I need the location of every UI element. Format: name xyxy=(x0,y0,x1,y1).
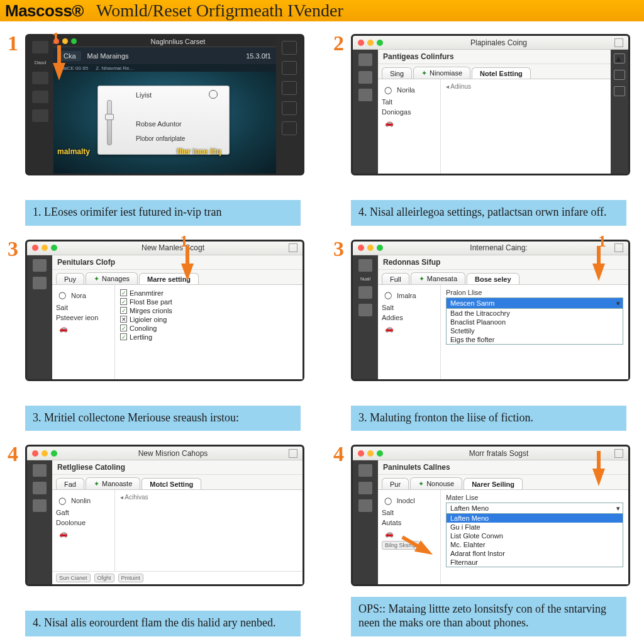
tab-chip[interactable]: Cka xyxy=(58,51,81,61)
side-button[interactable] xyxy=(32,72,48,84)
traffic-light-min-icon[interactable] xyxy=(62,38,68,44)
sidebar-icon[interactable] xyxy=(33,499,47,512)
nav-item[interactable]: Doniogas xyxy=(380,107,438,117)
nav-item[interactable]: Salt xyxy=(380,508,438,518)
tab[interactable]: Sing xyxy=(382,67,412,79)
dropdown[interactable]: Laften Meno xyxy=(446,502,623,514)
nav-item[interactable]: Doolonue xyxy=(55,518,112,528)
sidebar-icon[interactable] xyxy=(358,53,372,66)
checkbox-icon[interactable] xyxy=(120,333,127,340)
sidebar-icon[interactable] xyxy=(33,277,47,289)
traffic-light-min-icon[interactable] xyxy=(42,245,48,251)
dropdown-option[interactable]: Flternaur xyxy=(447,558,623,567)
nav-item[interactable]: 🚗 xyxy=(55,323,112,335)
dropdown-selected[interactable]: Laften Meno xyxy=(447,503,623,513)
tab-selected[interactable]: Bose seley xyxy=(467,273,519,284)
traffic-light-max-icon[interactable] xyxy=(377,245,383,251)
traffic-light-min-icon[interactable] xyxy=(367,450,374,457)
tab-selected[interactable]: Narer Seiling xyxy=(464,478,523,489)
side-icon[interactable] xyxy=(282,121,297,135)
nav-item[interactable]: 🚗 xyxy=(380,117,438,129)
dropdown-selected[interactable]: Mescen Sanm xyxy=(447,298,623,308)
checkbox-row[interactable]: Ligioler oing xyxy=(120,315,297,324)
sidebar-icon[interactable] xyxy=(358,499,372,512)
side-icon[interactable] xyxy=(282,81,297,95)
traffic-light-max-icon[interactable] xyxy=(71,38,77,44)
tab[interactable]: ✦Nanages xyxy=(86,272,138,284)
nav-item[interactable]: ◯Nora xyxy=(55,289,112,303)
dropdown-option[interactable]: Mc. Elahter xyxy=(447,540,623,549)
side-icon[interactable] xyxy=(282,101,297,115)
nav-item[interactable]: ◯Norila xyxy=(380,83,438,97)
footer-button[interactable]: Ofght xyxy=(94,574,114,582)
vertical-slider[interactable] xyxy=(107,100,112,145)
checkbox-row[interactable]: Mirges crionls xyxy=(120,306,297,315)
traffic-light-min-icon[interactable] xyxy=(42,450,48,457)
traffic-light-close-icon[interactable] xyxy=(358,245,364,251)
side-icon[interactable] xyxy=(282,61,297,75)
sidebar-icon[interactable] xyxy=(33,259,47,272)
dropdown-option[interactable]: Adarat flont Instor xyxy=(447,549,623,558)
tab[interactable]: ✦Manesata xyxy=(411,272,465,284)
tab[interactable]: Pur xyxy=(382,478,409,489)
nav-item[interactable]: Autats xyxy=(380,518,438,528)
sidebar-icon[interactable] xyxy=(614,70,625,80)
settings-card[interactable]: Liyist Robse Aduntor Plobor onfariplate xyxy=(97,86,230,155)
nav-item[interactable]: ◯lnodcl xyxy=(380,494,438,508)
nav-item[interactable]: Addies xyxy=(380,313,438,323)
traffic-light-min-icon[interactable] xyxy=(367,245,374,251)
dropdown-option[interactable]: Gu i Flate xyxy=(447,523,623,531)
side-button[interactable] xyxy=(32,109,48,122)
sidebar-icon[interactable] xyxy=(33,482,47,494)
close-icon[interactable] xyxy=(614,38,623,47)
dropdown-list[interactable]: Laften Meno Gu i Flate List Glote Conwn … xyxy=(446,514,623,567)
dropdown-option[interactable]: Laften Meno xyxy=(447,514,623,523)
slider-knob[interactable] xyxy=(105,114,114,120)
nav-item[interactable]: Sait xyxy=(55,303,112,313)
sidebar-icon[interactable] xyxy=(358,89,372,101)
checkbox-row[interactable]: Lertling xyxy=(120,333,297,341)
close-icon[interactable] xyxy=(289,243,297,252)
sidebar-icon[interactable] xyxy=(33,464,47,477)
dropdown-option[interactable]: Sctettily xyxy=(447,326,623,335)
traffic-light-min-icon[interactable] xyxy=(367,40,374,46)
tab-selected[interactable]: Notel Estting xyxy=(472,67,531,79)
sidebar-icon[interactable] xyxy=(614,86,625,96)
traffic-light-max-icon[interactable] xyxy=(377,40,383,46)
dropdown-option[interactable]: Bnaclist Plaanoon xyxy=(447,318,623,326)
nav-item[interactable]: ◯Imalra xyxy=(380,289,438,303)
checkbox-icon[interactable] xyxy=(120,316,127,323)
tab-label[interactable]: Mal Maraings xyxy=(87,52,129,60)
traffic-light-close-icon[interactable] xyxy=(358,40,364,46)
checkbox-row[interactable]: Flost Bse part xyxy=(120,297,297,306)
nav-item[interactable]: Salt xyxy=(380,303,438,313)
checkbox-row[interactable]: Enanmtirer xyxy=(120,289,297,297)
sidebar-icon[interactable] xyxy=(358,259,372,272)
sidebar-icon[interactable] xyxy=(358,304,372,316)
tab[interactable]: ✦Ninomiase xyxy=(413,67,470,79)
checkbox-icon[interactable] xyxy=(120,325,127,331)
footer-button[interactable]: Sun Cianet xyxy=(56,574,91,582)
dial-icon[interactable] xyxy=(209,90,218,99)
side-button[interactable] xyxy=(32,91,48,103)
side-button[interactable] xyxy=(32,41,48,53)
traffic-light-max-icon[interactable] xyxy=(51,450,57,457)
footer-button[interactable]: Pmtuint xyxy=(118,574,144,582)
checkbox-icon[interactable] xyxy=(120,307,127,314)
nav-item[interactable]: 🚗 xyxy=(380,323,438,335)
sidebar-icon[interactable] xyxy=(358,286,372,299)
sidebar-icon[interactable] xyxy=(358,482,372,494)
nav-item[interactable]: Talt xyxy=(380,97,438,107)
tab[interactable]: ✦Nonouse xyxy=(410,477,462,489)
sidebar-icon[interactable] xyxy=(358,71,372,84)
traffic-light-close-icon[interactable] xyxy=(32,450,38,457)
dropdown-list[interactable]: Bad the Litracochry Bnaclist Plaanoon Sc… xyxy=(446,309,623,345)
close-icon[interactable] xyxy=(614,243,623,252)
tab[interactable]: ✦Manoaste xyxy=(86,477,140,489)
nav-item[interactable]: ◯Nonlin xyxy=(55,494,112,508)
tab[interactable]: Fad xyxy=(56,478,84,489)
traffic-light-max-icon[interactable] xyxy=(51,245,57,251)
tab[interactable]: Puy xyxy=(56,273,84,284)
dropdown[interactable]: Mescen Sanm xyxy=(446,297,623,309)
nav-item[interactable]: 🚗 xyxy=(380,528,438,540)
